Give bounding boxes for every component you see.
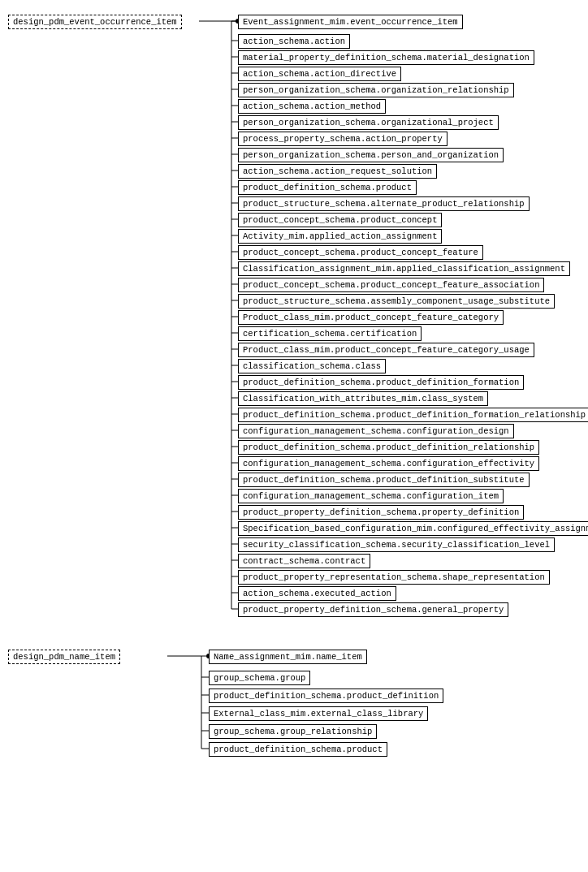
node-product_class_mim_product_concept_feature_category_usage: Product_class_mim.product_concept_featur… [238, 343, 534, 357]
node-action_schema_action_method: action_schema.action_method [238, 99, 386, 114]
node-group_schema_group_relationship: group_schema.group_relationship [209, 724, 377, 739]
node-product_concept_schema_product_concept: product_concept_schema.product_concept [238, 213, 442, 227]
node-action_schema_action: action_schema.action [238, 34, 350, 49]
node-product_property_definition_schema_property_definition: product_property_definition_schema.prope… [238, 505, 524, 520]
node-certification_schema_certification: certification_schema.certification [238, 326, 422, 341]
node-material_property_definition_schema_material_designation: material_property_definition_schema.mate… [238, 50, 534, 65]
node-product_structure_schema_assembly_component_usage_substitute: product_structure_schema.assembly_compon… [238, 294, 555, 309]
node-person_organization_schema_organizational_project: person_organization_schema.organizationa… [238, 115, 499, 130]
node-product_definition_schema_product_definition: product_definition_schema.product_defini… [209, 689, 443, 703]
node-classification_with_attributes_mim_class_system: Classification_with_attributes_mim.class… [238, 391, 488, 406]
node-configuration_management_schema_configuration_item: configuration_management_schema.configur… [238, 489, 504, 503]
node-person_organization_schema_person_and_organization: person_organization_schema.person_and_or… [238, 148, 504, 162]
node-classification_assignment_mim_applied_classification_assignment: Classification_assignment_mim.applied_cl… [238, 261, 570, 276]
node-activity_mim_applied_action_assignment: Activity_mim.applied_action_assignment [238, 229, 442, 244]
node-product_definition_schema_product_definition_formation_relationship: product_definition_schema.product_defini… [238, 408, 588, 422]
node-contract_schema_contract: contract_schema.contract [238, 554, 370, 568]
node-specification_based_configuration_mim_configured_effectivity_assignment: Specification_based_configuration_mim.co… [238, 521, 588, 536]
node-product_definition_schema_product: product_definition_schema.product [238, 180, 417, 195]
diagram-container: design_pdm_event_occurrence_itemEvent_as… [0, 0, 588, 771]
node-product_definition_schema_product_definition_relationship: product_definition_schema.product_defini… [238, 440, 539, 455]
node-design_pdm_event_occurrence_item: design_pdm_event_occurrence_item [8, 15, 182, 29]
node-product_definition_schema_product: product_definition_schema.product [209, 742, 387, 757]
node-name_assignment_mim_name_item: Name_assignment_mim.name_item [209, 650, 367, 664]
node-security_classification_schema_security_classification_level: security_classification_schema.security_… [238, 537, 555, 552]
node-person_organization_schema_organization_relationship: person_organization_schema.organization_… [238, 83, 514, 97]
node-action_schema_action_directive: action_schema.action_directive [238, 67, 401, 81]
node-process_property_schema_action_property: process_property_schema.action_property [238, 132, 447, 146]
node-action_schema_action_request_solution: action_schema.action_request_solution [238, 164, 437, 179]
node-product_concept_schema_product_concept_feature: product_concept_schema.product_concept_f… [238, 245, 483, 260]
node-product_structure_schema_alternate_product_relationship: product_structure_schema.alternate_produ… [238, 196, 530, 211]
node-product_definition_schema_product_definition_substitute: product_definition_schema.product_defini… [238, 473, 530, 487]
node-external_class_mim_external_class_library: External_class_mim.external_class_librar… [209, 706, 428, 721]
node-product_concept_schema_product_concept_feature_association: product_concept_schema.product_concept_f… [238, 278, 544, 292]
node-product_property_definition_schema_general_property: product_property_definition_schema.gener… [238, 602, 508, 617]
node-configuration_management_schema_configuration_effectivity: configuration_management_schema.configur… [238, 456, 539, 471]
node-group_schema_group: group_schema.group [209, 671, 310, 685]
node-classification_schema_class: classification_schema.class [238, 359, 386, 373]
node-product_property_representation_schema_shape_representation: product_property_representation_schema.s… [238, 570, 550, 585]
node-design_pdm_name_item: design_pdm_name_item [8, 650, 120, 664]
node-action_schema_executed_action: action_schema.executed_action [238, 586, 396, 601]
node-product_class_mim_product_concept_feature_category: Product_class_mim.product_concept_featur… [238, 310, 504, 325]
node-event_assignment_mim_event_occurrence_item: Event_assignment_mim.event_occurrence_it… [238, 15, 463, 29]
node-configuration_management_schema_configuration_design: configuration_management_schema.configur… [238, 424, 514, 438]
node-product_definition_schema_product_definition_formation: product_definition_schema.product_defini… [238, 375, 524, 390]
